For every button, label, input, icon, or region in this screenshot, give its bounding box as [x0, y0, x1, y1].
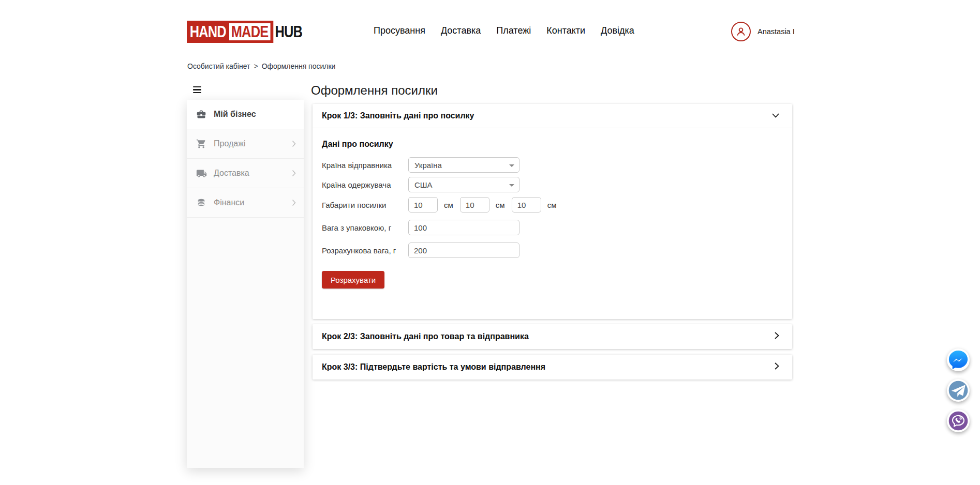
accordion-step-2[interactable]: Крок 2/3: Заповніть дані про товар та ві…	[313, 324, 792, 349]
chevron-right-icon	[774, 331, 780, 342]
nav-item-contacts[interactable]: Контакти	[546, 25, 585, 36]
estimated-weight-input[interactable]	[408, 242, 519, 258]
chevron-down-icon	[771, 111, 780, 120]
logo-text-made: MADE	[229, 23, 271, 40]
unit-cm-label: см	[547, 201, 557, 209]
sidebar-item-my-business[interactable]: Мій бізнес	[187, 100, 304, 129]
user-name: Anastasia I	[758, 27, 795, 36]
form-section-title: Дані про посилку	[322, 139, 783, 149]
telegram-icon[interactable]	[947, 379, 970, 402]
nav-item-help[interactable]: Довідка	[601, 25, 634, 36]
viber-icon[interactable]	[947, 410, 970, 432]
accordion-step-1: Крок 1/3: Заповніть дані про посилку Дан…	[313, 104, 792, 319]
recipient-country-select[interactable]: США	[408, 177, 519, 192]
chevron-right-icon	[292, 199, 296, 206]
calculate-button[interactable]: Розрахувати	[322, 271, 384, 289]
packed-weight-input[interactable]	[408, 220, 519, 235]
accordion-step-3-title: Крок 3/3: Підтвердьте вартість та умови …	[322, 362, 545, 372]
breadcrumb-link-cabinet[interactable]: Особистий кабінет	[187, 62, 250, 70]
recipient-country-label: Країна одержувача	[322, 180, 408, 189]
unit-cm-label: см	[496, 201, 505, 209]
dimension-length-input[interactable]	[408, 197, 438, 213]
user-menu[interactable]: Anastasia I	[731, 22, 795, 41]
sidebar-item-delivery[interactable]: Доставка	[187, 159, 304, 188]
dimension-width-input[interactable]	[460, 197, 489, 213]
accordion-step-3[interactable]: Крок 3/3: Підтвердьте вартість та умови …	[313, 355, 792, 380]
nav-item-delivery[interactable]: Доставка	[441, 25, 481, 36]
sidebar-item-label: Продажі	[214, 139, 245, 148]
sidebar-item-finance[interactable]: Фінанси	[187, 188, 304, 218]
sidebar-item-label: Доставка	[214, 169, 249, 178]
logo-red-box: HAND MADE	[187, 21, 273, 43]
cart-icon	[196, 138, 207, 149]
breadcrumb: Особистий кабінет>Оформлення посилки	[187, 62, 335, 70]
sender-country-select[interactable]: Україна	[408, 157, 519, 173]
logo-text-hand: HAND	[190, 23, 226, 41]
logo-text-hub: HUB	[275, 23, 302, 41]
packed-weight-label: Вага з упаковкою, г	[322, 223, 408, 232]
truck-icon	[196, 168, 207, 179]
breadcrumb-separator: >	[254, 62, 258, 70]
accordion-step-1-title: Крок 1/3: Заповніть дані про посилку	[322, 111, 474, 120]
coins-icon	[196, 197, 207, 208]
page-title: Оформлення посилки	[311, 83, 438, 98]
chevron-right-icon	[774, 362, 780, 372]
user-avatar-icon	[731, 22, 751, 41]
sidebar-item-label: Фінанси	[214, 198, 244, 207]
chevron-right-icon	[292, 170, 296, 177]
estimated-weight-label: Розрахункова вага, г	[322, 246, 408, 255]
accordion-step-2-title: Крок 2/3: Заповніть дані про товар та ві…	[322, 332, 529, 341]
unit-cm-label: см	[444, 201, 453, 209]
breadcrumb-current: Оформлення посилки	[262, 62, 336, 70]
parcel-form: Дані про посилку Країна відправника Укра…	[313, 128, 792, 289]
briefcase-icon	[196, 109, 207, 120]
dimensions-label: Габарити посилки	[322, 201, 408, 209]
nav-item-promotion[interactable]: Просування	[374, 25, 425, 36]
messenger-icon[interactable]	[947, 348, 970, 371]
sender-country-label: Країна відправника	[322, 161, 408, 170]
nav-item-payments[interactable]: Платежі	[496, 25, 531, 36]
sidebar-item-sales[interactable]: Продажі	[187, 129, 304, 159]
top-navigation: Просування Доставка Платежі Контакти Дов…	[374, 25, 634, 36]
dimension-height-input[interactable]	[512, 197, 541, 213]
sidebar-toggle-hamburger-icon[interactable]	[193, 86, 201, 93]
accordion-step-1-header[interactable]: Крок 1/3: Заповніть дані про посилку	[313, 104, 792, 128]
sidebar: Мій бізнес Продажі Доставка Фінанси	[187, 100, 304, 468]
sidebar-item-label: Мій бізнес	[214, 110, 256, 119]
logo[interactable]: HAND MADE HUB	[187, 21, 302, 43]
chevron-right-icon	[292, 140, 296, 147]
